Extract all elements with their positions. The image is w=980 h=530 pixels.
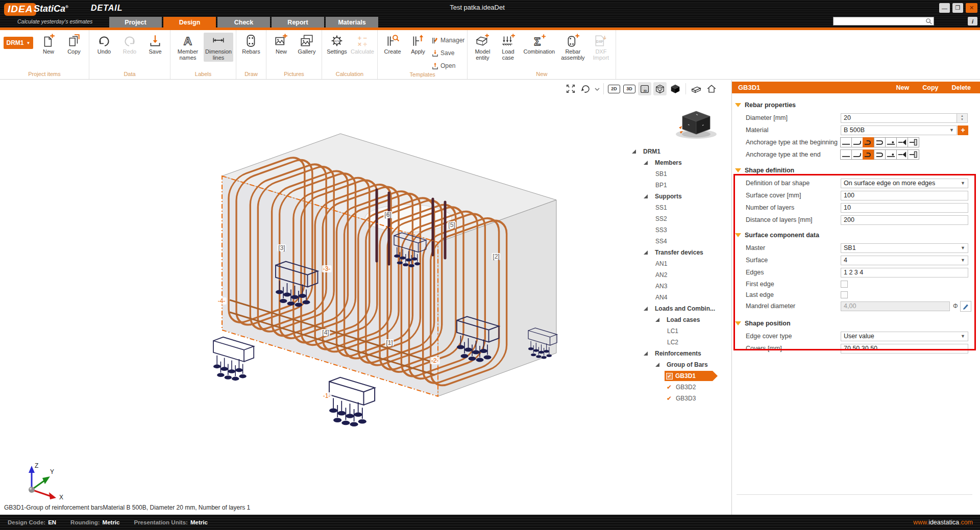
gallery-button[interactable]: Gallery xyxy=(295,33,319,56)
close-button[interactable]: ✕ xyxy=(966,3,977,13)
anchorage-hook-button[interactable] xyxy=(863,137,874,147)
tree-item-loads-and-combinations[interactable]: Loads and Combin... xyxy=(632,303,729,314)
rotate-view-button[interactable] xyxy=(579,82,593,95)
new-picture-button[interactable]: New xyxy=(269,33,293,56)
dimension-lines-button[interactable]: Dimension lines xyxy=(204,33,233,62)
home-view-button[interactable] xyxy=(705,82,718,95)
anchorage-loop-button[interactable] xyxy=(874,149,886,160)
add-material-button[interactable]: + xyxy=(958,125,968,135)
project-item-combo[interactable]: DRM1▼ xyxy=(4,37,33,49)
tree-item-an4[interactable]: AN4 xyxy=(632,292,729,303)
view-3d-button[interactable]: 3D xyxy=(623,82,636,95)
copy-button[interactable]: Copy xyxy=(922,84,938,91)
anchorage-head-button[interactable] xyxy=(896,149,908,160)
copy-project-item-button[interactable]: Copy xyxy=(62,33,86,56)
search-input[interactable] xyxy=(834,18,925,24)
tree-item-ss1[interactable]: SS1 xyxy=(632,202,729,213)
surface-cover-input[interactable] xyxy=(841,191,968,200)
new-button[interactable]: New xyxy=(896,84,910,91)
tab-report[interactable]: Report xyxy=(272,17,324,28)
render-mode-button[interactable]: 3D xyxy=(638,82,651,95)
section-rebar-properties[interactable]: Rebar properties xyxy=(735,100,980,110)
anchorage-welded-bar-button[interactable] xyxy=(885,137,897,147)
calculate-button[interactable]: +−×÷ Calculate xyxy=(350,33,375,56)
section-shape-position[interactable]: Shape position xyxy=(735,319,980,328)
tree-item-gb3d3[interactable]: ✔GB3D3 xyxy=(632,393,729,404)
expander-icon[interactable] xyxy=(644,250,655,255)
rebar-assembly-button[interactable]: Rebar assembly xyxy=(558,33,587,62)
edit-mandrel-button[interactable] xyxy=(960,301,971,312)
anchorage-loop-button[interactable] xyxy=(874,137,886,147)
tree-item-supports[interactable]: Supports xyxy=(632,191,729,202)
surface-select[interactable]: 4▼ xyxy=(841,256,968,265)
dxf-import-button[interactable]: DXF DXF Import xyxy=(589,33,613,62)
section-surface-component-data[interactable]: Surface component data xyxy=(735,231,980,240)
expander-icon[interactable] xyxy=(632,149,643,154)
tree-item-group-of-bars[interactable]: Group of Bars xyxy=(632,359,729,370)
material-select[interactable]: B 500B▼ xyxy=(841,125,957,135)
expander-icon[interactable] xyxy=(644,307,655,311)
master-select[interactable]: SB1▼ xyxy=(841,243,968,253)
navigation-cube[interactable] xyxy=(673,107,720,140)
minimize-button[interactable]: — xyxy=(939,3,950,13)
template-create-button[interactable]: Create xyxy=(380,33,405,56)
member-names-button[interactable]: A Member names xyxy=(173,33,203,62)
tree-item-gb3d2[interactable]: ✔GB3D2 xyxy=(632,382,729,393)
anchorage-plate-button[interactable] xyxy=(908,137,919,147)
solid-element-button[interactable] xyxy=(690,82,703,95)
maximize-button[interactable]: ❒ xyxy=(952,3,963,13)
tree-item-lc2[interactable]: LC2 xyxy=(632,337,729,348)
tree-item-drm1[interactable]: DRM1 xyxy=(632,146,729,157)
view-2d-button[interactable]: 2D xyxy=(607,82,621,95)
visibility-checkbox[interactable]: ✔ xyxy=(667,395,676,402)
combination-button[interactable]: Σ Combination xyxy=(521,33,557,56)
edges-input[interactable] xyxy=(841,268,968,277)
settings-button[interactable]: </> Settings xyxy=(325,33,349,56)
tab-project[interactable]: Project xyxy=(109,17,162,28)
anchorage-bend-up-button[interactable] xyxy=(851,149,863,160)
tree-item-sb1[interactable]: SB1 xyxy=(632,168,729,180)
tree-item-ss3[interactable]: SS3 xyxy=(632,224,729,236)
expander-icon[interactable] xyxy=(644,161,655,165)
redo-button[interactable]: Redo xyxy=(117,33,142,56)
model-entity-button[interactable]: Model entity xyxy=(470,33,495,62)
tree-item-lc1[interactable]: LC1 xyxy=(632,325,729,337)
mandrel-diameter-input[interactable] xyxy=(841,301,950,311)
tree-item-members[interactable]: Members xyxy=(632,157,729,168)
tree-item-reinforcements[interactable]: Reinforcements xyxy=(632,348,729,359)
anchorage-head-button[interactable] xyxy=(896,137,908,147)
expander-icon[interactable] xyxy=(644,194,655,198)
template-save-button[interactable]: Save xyxy=(431,47,464,59)
anchorage-straight-button[interactable] xyxy=(840,149,852,160)
visibility-checkbox[interactable]: ✔ xyxy=(667,384,676,391)
distance-of-layers-input[interactable] xyxy=(841,215,968,225)
diameter-input[interactable] xyxy=(841,113,957,123)
tree-item-ss2[interactable]: SS2 xyxy=(632,213,729,224)
expander-icon[interactable] xyxy=(644,351,655,356)
tree-item-gb3d1[interactable]: ✔GB3D1 xyxy=(632,370,729,382)
covers-input[interactable] xyxy=(841,344,968,354)
solid-view-button[interactable] xyxy=(669,82,682,95)
visibility-checkbox[interactable]: ✔ xyxy=(666,373,673,380)
template-apply-button[interactable]: Apply xyxy=(406,33,430,56)
fit-view-button[interactable] xyxy=(564,82,577,95)
tree-item-bp1[interactable]: BP1 xyxy=(632,180,729,191)
number-of-layers-input[interactable] xyxy=(841,203,968,213)
search-box[interactable] xyxy=(833,17,934,26)
tree-item-an3[interactable]: AN3 xyxy=(632,281,729,292)
template-manager-button[interactable]: Manager xyxy=(431,35,464,46)
viewport-3d-scene[interactable] xyxy=(0,80,731,515)
first-edge-checkbox[interactable] xyxy=(841,281,848,288)
load-case-button[interactable]: Load case xyxy=(496,33,520,62)
website-link[interactable]: www.ideastatica.com xyxy=(913,519,973,526)
tree-item-ss4[interactable]: SS4 xyxy=(632,236,729,247)
anchorage-straight-button[interactable] xyxy=(840,137,852,147)
anchorage-welded-bar-button[interactable] xyxy=(885,149,897,160)
save-button[interactable]: Save xyxy=(143,33,167,56)
delete-button[interactable]: Delete xyxy=(951,84,971,91)
tab-materials[interactable]: Materials xyxy=(326,17,378,28)
template-open-button[interactable]: Open xyxy=(431,60,464,71)
rotate-options-chevron[interactable] xyxy=(595,84,600,93)
info-button[interactable]: i xyxy=(968,17,977,26)
expander-icon[interactable] xyxy=(655,363,667,367)
